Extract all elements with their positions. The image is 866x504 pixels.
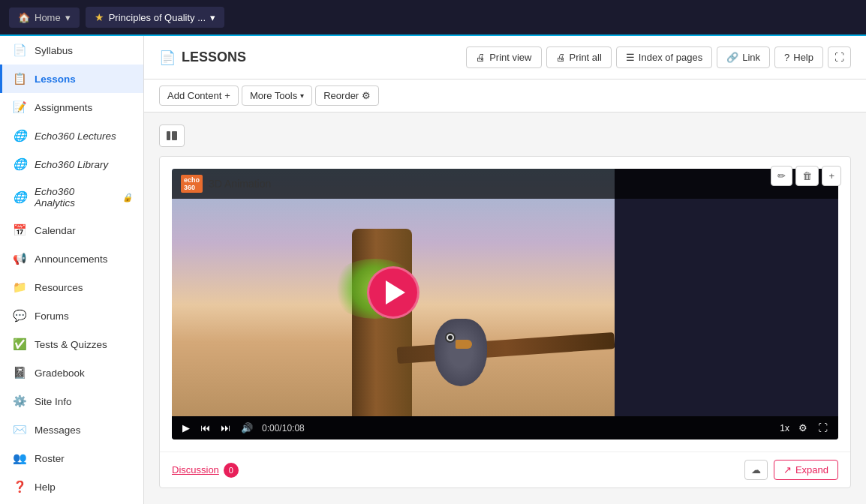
trash-icon: 🗑 — [802, 170, 812, 182]
content-area: ✏ 🗑 + echo360 3D Animation — [144, 112, 866, 504]
lock-icon: 🔒 — [122, 193, 133, 202]
sidebar: 📄 Syllabus 📋 Lessons 📝 Assignments 🌐 Ech… — [0, 36, 144, 504]
home-label: Home — [35, 12, 61, 23]
time-current: 0:00 — [262, 423, 279, 434]
link-button[interactable]: 🔗 Link — [717, 46, 770, 68]
discussion-link[interactable]: Discussion 0 — [172, 463, 239, 478]
sidebar-item-site-info[interactable]: ⚙️ Site Info — [0, 387, 143, 416]
sidebar-item-label: Echo360 Analytics — [35, 186, 115, 208]
sidebar-item-echo360-library[interactable]: 🌐 Echo360 Library — [0, 150, 143, 178]
video-title: 3D Animation — [209, 178, 271, 190]
card-footer: Discussion 0 ☁ ↗ Expand — [160, 452, 850, 488]
home-icon: 🏠 — [18, 12, 30, 23]
globe-icon: 🌐 — [13, 158, 27, 171]
quiz-icon: ✅ — [13, 338, 27, 351]
edit-icon: ✏ — [777, 170, 786, 182]
globe-icon: 🌐 — [13, 190, 27, 204]
sidebar-item-label: Echo360 Lectures — [35, 130, 116, 142]
index-of-pages-button[interactable]: ☰ Index of pages — [616, 46, 712, 68]
bird-eye — [445, 332, 456, 343]
fullscreen-button[interactable]: ⛶ — [828, 46, 851, 68]
time-display: 0:00/10:08 — [262, 423, 305, 434]
edit-button[interactable]: ✏ — [771, 166, 792, 186]
add-content-label: Add Content — [167, 90, 221, 101]
chevron-down-icon: ▾ — [300, 92, 304, 100]
main-content: 📄 LESSONS 🖨 Print view 🖨 Print all ☰ Ind… — [144, 36, 866, 504]
settings-button[interactable]: ⚙ — [797, 421, 809, 435]
print-all-button[interactable]: 🖨 Print all — [546, 46, 612, 68]
book-icon: 📄 — [13, 44, 27, 57]
sidebar-item-tests-quizzes[interactable]: ✅ Tests & Quizzes — [0, 330, 143, 358]
sidebar-item-calendar[interactable]: 📅 Calendar — [0, 216, 143, 244]
page-title: 📄 LESSONS — [159, 50, 246, 66]
globe-icon: 🌐 — [13, 129, 27, 142]
fullscreen-icon: ⛶ — [834, 52, 844, 63]
sidebar-item-roster[interactable]: 👥 Roster — [0, 444, 143, 472]
play-pause-button[interactable]: ▶ — [181, 421, 191, 435]
link-label: Link — [742, 52, 760, 63]
volume-button[interactable]: 🔊 — [239, 421, 254, 435]
help-button[interactable]: ? Help — [774, 46, 823, 68]
folder-icon: 📁 — [13, 280, 27, 294]
tree-trunk — [352, 229, 412, 416]
play-button[interactable] — [367, 266, 419, 319]
footer-right-actions: ☁ ↗ Expand — [744, 460, 838, 480]
help-label: Help — [793, 52, 813, 63]
question-icon: ? — [784, 52, 789, 63]
sidebar-item-messages[interactable]: ✉️ Messages — [0, 416, 143, 444]
sidebar-item-gradebook[interactable]: 📓 Gradebook — [0, 358, 143, 387]
video-player: echo360 3D Animation — [172, 169, 838, 440]
sidebar-item-syllabus[interactable]: 📄 Syllabus — [0, 36, 143, 64]
list-icon: ☰ — [626, 52, 635, 63]
sidebar-item-echo360-analytics[interactable]: 🌐 Echo360 Analytics 🔒 — [0, 178, 143, 216]
print-view-button[interactable]: 🖨 Print view — [466, 46, 541, 68]
printer-icon: 🖨 — [556, 52, 566, 63]
course-button[interactable]: ★ Principles of Quality ... ▾ — [86, 7, 224, 28]
sidebar-item-lessons[interactable]: 📋 Lessons — [0, 64, 143, 93]
cloud-icon: ☁ — [751, 464, 761, 476]
page-title-text: LESSONS — [182, 50, 246, 65]
link-icon: 🔗 — [726, 52, 738, 63]
more-tools-button[interactable]: More Tools ▾ — [242, 86, 312, 106]
sidebar-item-resources[interactable]: 📁 Resources — [0, 273, 143, 302]
fast-forward-button[interactable]: ⏭ — [219, 421, 232, 435]
sidebar-item-help[interactable]: ❓ Help — [0, 472, 143, 501]
settings-icon: ⚙ — [362, 90, 371, 101]
speed-button[interactable]: 1x — [780, 423, 789, 434]
sidebar-item-label: Calendar — [35, 225, 76, 236]
sidebar-item-announcements[interactable]: 📢 Announcements — [0, 244, 143, 273]
top-nav: 🏠 Home ▾ ★ Principles of Quality ... ▾ — [0, 0, 866, 36]
rewind-button[interactable]: ⏮ — [199, 421, 212, 435]
gear-icon: ⚙️ — [13, 394, 27, 408]
header-actions: 🖨 Print view 🖨 Print all ☰ Index of page… — [466, 46, 851, 68]
sidebar-item-label: Forums — [35, 310, 69, 322]
main-header: 📄 LESSONS 🖨 Print view 🖨 Print all ☰ Ind… — [144, 36, 866, 80]
home-button[interactable]: 🏠 Home ▾ — [9, 8, 80, 28]
add-button[interactable]: + — [822, 166, 841, 186]
roster-icon: 👥 — [13, 452, 27, 465]
sidebar-item-forums[interactable]: 💬 Forums — [0, 302, 143, 330]
expand-button[interactable]: ↗ Expand — [774, 460, 838, 480]
video-header: echo360 3D Animation — [172, 169, 838, 199]
sidebar-item-label: Messages — [35, 424, 81, 436]
sidebar-item-label: Roster — [35, 453, 65, 464]
cloud-button[interactable]: ☁ — [744, 460, 768, 480]
sidebar-item-label: Tests & Quizzes — [35, 339, 107, 350]
sidebar-toggle-button[interactable] — [159, 124, 185, 147]
video-scene — [172, 169, 615, 416]
sidebar-item-label: Resources — [35, 282, 83, 293]
svg-rect-0 — [167, 131, 170, 140]
card-actions: ✏ 🗑 + — [771, 166, 841, 186]
delete-button[interactable]: 🗑 — [795, 166, 819, 186]
home-chevron-icon: ▾ — [65, 12, 71, 23]
sidebar-item-assignments[interactable]: 📝 Assignments — [0, 93, 143, 122]
sidebar-item-echo360-lectures[interactable]: 🌐 Echo360 Lectures — [0, 122, 143, 150]
course-chevron-icon: ▾ — [210, 12, 215, 23]
fullscreen-video-button[interactable]: ⛶ — [816, 421, 829, 435]
assignments-icon: 📝 — [13, 100, 27, 114]
sidebar-item-label: Lessons — [35, 74, 76, 85]
document-icon: 📄 — [159, 50, 176, 66]
add-content-button[interactable]: Add Content + — [159, 86, 239, 106]
reorder-button[interactable]: Reorder ⚙ — [315, 86, 379, 106]
expand-icon: ↗ — [783, 464, 792, 476]
